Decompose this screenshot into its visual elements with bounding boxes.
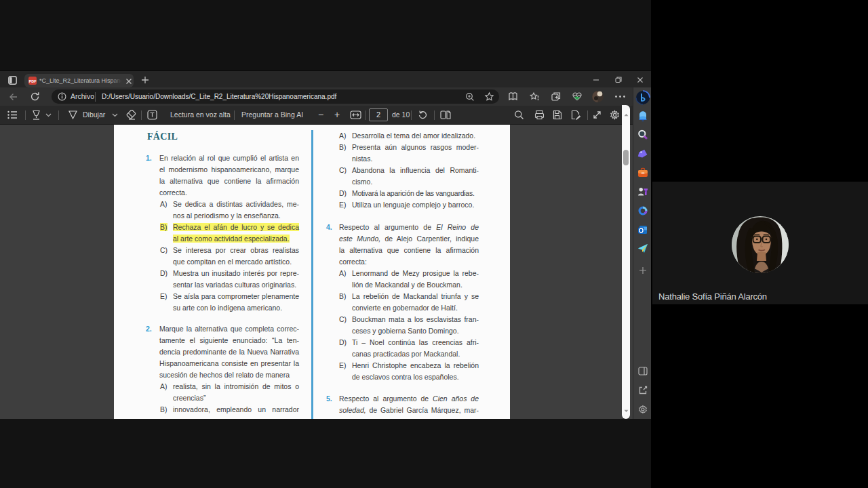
- svg-text:PDF: PDF: [29, 79, 37, 83]
